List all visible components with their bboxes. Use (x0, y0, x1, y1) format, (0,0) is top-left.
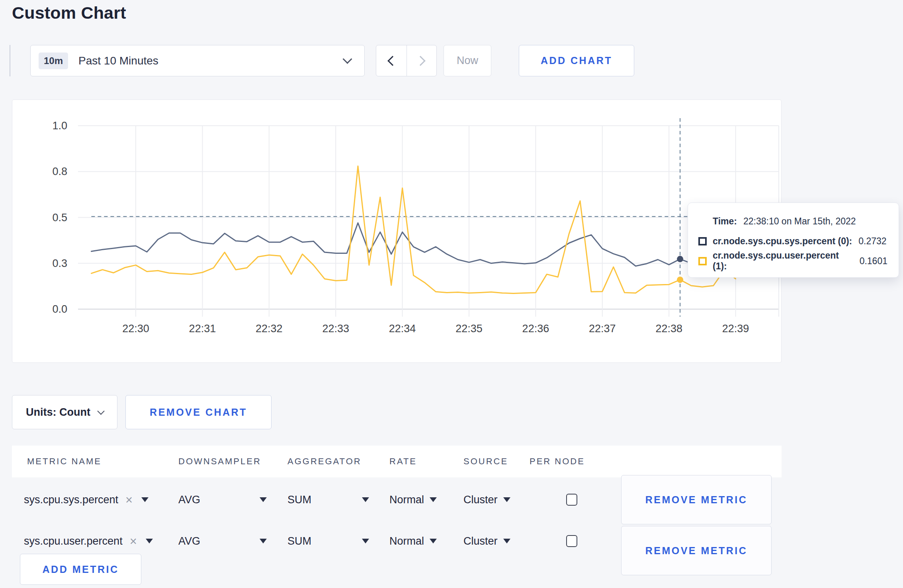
downsampler-select[interactable]: AVG (178, 481, 267, 519)
col-header-source: SOURCE (463, 456, 508, 467)
rate-select[interactable]: Normal (389, 522, 437, 560)
rate-select[interactable]: Normal (389, 481, 437, 519)
user-series-swatch-icon (698, 257, 707, 265)
col-header-downsampler: DOWNSAMPLER (178, 456, 261, 467)
caret-down-icon[interactable] (141, 497, 149, 502)
per-node-checkbox[interactable] (566, 535, 577, 547)
time-pager (376, 45, 437, 76)
source-value: Cluster (463, 494, 498, 506)
chevron-down-icon (342, 54, 352, 64)
aggregator-value: SUM (287, 535, 311, 547)
caret-down-icon (362, 539, 369, 543)
remove-metric-button[interactable]: REMOVE METRIC (621, 526, 772, 575)
svg-text:0.8: 0.8 (52, 165, 67, 177)
time-range-dropdown[interactable]: 10m Past 10 Minutes (30, 45, 365, 76)
chart-card: 0.00.30.50.81.022:3022:3122:3222:3322:34… (12, 99, 782, 363)
downsampler-value: AVG (178, 494, 200, 506)
svg-text:22:31: 22:31 (189, 323, 216, 335)
source-value: Cluster (463, 535, 498, 547)
per-node-cell (566, 522, 577, 560)
chevron-down-icon (97, 407, 104, 415)
source-select[interactable]: Cluster (463, 522, 510, 560)
svg-text:22:39: 22:39 (722, 323, 749, 335)
per-node-cell (566, 481, 577, 519)
caret-down-icon (260, 539, 267, 543)
svg-text:22:38: 22:38 (655, 323, 682, 335)
caret-down-icon (503, 539, 510, 543)
caret-down-icon (260, 497, 267, 502)
svg-text:22:32: 22:32 (256, 323, 283, 335)
timeseries-chart[interactable]: 0.00.30.50.81.022:3022:3122:3222:3322:34… (12, 100, 781, 362)
col-header-aggregator: AGGREGATOR (287, 456, 362, 467)
metric-name-cell: sys.cpu.sys.percent × (24, 481, 149, 519)
tooltip-user-value: 0.1601 (860, 256, 887, 267)
downsampler-select[interactable]: AVG (178, 522, 267, 560)
caret-down-icon (503, 497, 510, 502)
aggregator-value: SUM (287, 494, 311, 506)
clear-metric-icon[interactable]: × (125, 494, 133, 506)
clear-metric-icon[interactable]: × (130, 535, 137, 547)
svg-text:0.3: 0.3 (52, 257, 67, 269)
chart-tooltip: Time: 22:38:10 on Mar 15th, 2022 cr.node… (688, 202, 899, 278)
svg-text:22:30: 22:30 (122, 323, 149, 335)
chevron-right-icon (415, 56, 425, 66)
tooltip-sys-value: 0.2732 (858, 236, 886, 247)
metric-name: sys.cpu.user.percent (24, 535, 123, 547)
metric-name: sys.cpu.sys.percent (24, 494, 118, 506)
tooltip-sys-name: cr.node.sys.cpu.sys.percent (0): (713, 236, 852, 247)
caret-down-icon (430, 497, 437, 502)
caret-down-icon (362, 497, 369, 502)
rate-value: Normal (389, 535, 424, 547)
downsampler-value: AVG (178, 535, 200, 547)
page-title: Custom Chart (12, 3, 126, 23)
tooltip-user-name: cr.node.sys.cpu.user.percent (1): (713, 250, 853, 272)
remove-chart-button[interactable]: REMOVE CHART (125, 395, 272, 429)
aggregator-select[interactable]: SUM (287, 522, 369, 560)
units-label: Units: Count (26, 406, 90, 419)
add-chart-button[interactable]: ADD CHART (519, 45, 634, 76)
aggregator-select[interactable]: SUM (287, 481, 369, 519)
rate-value: Normal (389, 494, 424, 506)
svg-text:22:36: 22:36 (522, 323, 549, 335)
col-header-rate: RATE (389, 456, 417, 467)
col-header-per-node: PER NODE (530, 456, 585, 467)
time-range-label: Past 10 Minutes (78, 55, 158, 67)
caret-down-icon[interactable] (146, 539, 153, 543)
metrics-table-header: METRIC NAME DOWNSAMPLER AGGREGATOR RATE … (12, 446, 782, 477)
next-time-button[interactable] (407, 45, 437, 76)
now-button[interactable]: Now (444, 45, 491, 76)
svg-text:0.0: 0.0 (52, 303, 67, 315)
chevron-left-icon (387, 56, 397, 66)
svg-text:1.0: 1.0 (52, 120, 67, 132)
svg-text:22:35: 22:35 (455, 323, 483, 335)
col-header-metric-name: METRIC NAME (27, 456, 102, 467)
svg-text:22:37: 22:37 (589, 323, 616, 335)
tooltip-time-label: Time: (713, 216, 737, 227)
add-metric-button[interactable]: ADD METRIC (20, 554, 141, 585)
caret-down-icon (430, 539, 437, 543)
prev-time-button[interactable] (376, 45, 407, 76)
toolbar-divider (10, 45, 10, 76)
tooltip-time-value: 22:38:10 on Mar 15th, 2022 (743, 216, 856, 227)
units-dropdown[interactable]: Units: Count (12, 395, 117, 429)
svg-text:22:33: 22:33 (322, 323, 349, 335)
time-range-badge: 10m (39, 53, 68, 69)
svg-text:0.5: 0.5 (52, 212, 67, 224)
remove-metric-button[interactable]: REMOVE METRIC (621, 475, 772, 524)
source-select[interactable]: Cluster (463, 481, 510, 519)
svg-text:22:34: 22:34 (389, 323, 416, 335)
per-node-checkbox[interactable] (566, 494, 577, 506)
sys-series-swatch-icon (698, 237, 707, 245)
